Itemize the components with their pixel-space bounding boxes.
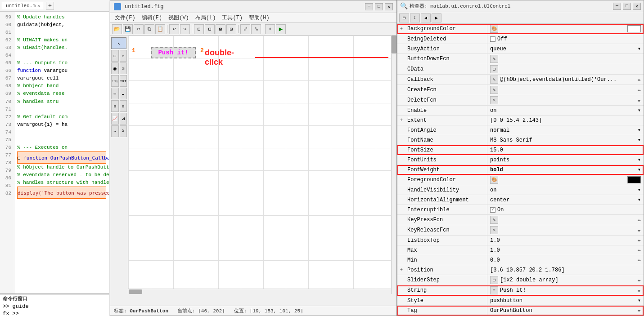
menu-edit[interactable]: 编辑(E): [139, 13, 165, 22]
listbox-top-pencil[interactable]: ✏: [638, 237, 641, 244]
tool-btn-6[interactable]: TXT: [120, 75, 127, 87]
enable-dropdown[interactable]: ▾: [638, 107, 641, 114]
prop-val-font-weight[interactable]: bold ▾: [487, 165, 644, 174]
delete-pencil-icon[interactable]: ✏: [638, 97, 641, 104]
callback-edit-icon[interactable]: ✎: [490, 76, 498, 84]
tool-btn-5[interactable]: tdy: [111, 75, 119, 87]
tb-align3[interactable]: ⊠: [216, 24, 225, 34]
font-units-dropdown[interactable]: ▾: [638, 156, 641, 163]
delete-edit-icon[interactable]: ✎: [490, 96, 498, 104]
color-picker-icon[interactable]: 🎨: [490, 25, 498, 33]
close-button[interactable]: ✕: [385, 3, 393, 10]
fg-color-picker[interactable]: 🎨: [490, 176, 498, 184]
tool-btn-12[interactable]: ⊿: [120, 113, 127, 125]
tb-redo[interactable]: ↪: [180, 24, 190, 34]
insp-close[interactable]: ✕: [633, 3, 641, 10]
style-dropdown[interactable]: ▾: [638, 297, 641, 304]
add-tab-button[interactable]: +: [46, 2, 54, 10]
expand-position[interactable]: +: [400, 267, 405, 272]
tb-run[interactable]: ▶: [276, 24, 286, 34]
insp-maximize[interactable]: □: [623, 3, 631, 10]
prop-val-font-name[interactable]: MS Sans Serif ▾: [487, 135, 644, 145]
tool-btn-2[interactable]: ☑: [120, 50, 127, 62]
tool-btn-11[interactable]: 📈: [111, 113, 119, 125]
tb-align2[interactable]: ⊟: [205, 24, 215, 34]
key-press-edit-icon[interactable]: ✎: [490, 216, 498, 224]
hscroll-thumb[interactable]: [129, 289, 142, 294]
busy-action-dropdown[interactable]: ▾: [638, 45, 641, 52]
prop-val-font-units[interactable]: points ▾: [487, 155, 644, 165]
font-angle-dropdown[interactable]: ▾: [638, 127, 641, 134]
slider-step-grid-icon[interactable]: ⊞: [490, 276, 498, 284]
close-tab-icon[interactable]: ✕: [37, 3, 40, 9]
editor-tab[interactable]: untitled.m ✕: [2, 2, 44, 9]
insp-tb-1[interactable]: ⊞: [399, 13, 409, 22]
insp-tb-3[interactable]: ◀: [421, 13, 431, 22]
tb-resize2[interactable]: ⤡: [251, 24, 261, 34]
cdata-grid-icon[interactable]: ⊞: [490, 65, 498, 73]
tool-btn-9[interactable]: ⊟: [111, 100, 119, 112]
prop-val-h-align[interactable]: center ▾: [487, 195, 644, 205]
handle-vis-dropdown[interactable]: ▾: [638, 187, 641, 193]
inspector-scroll-area[interactable]: + BackgroundColor 🎨 3 BeingDeleted: [397, 24, 644, 316]
tb-resize[interactable]: ⤢: [240, 24, 250, 34]
prop-val-enable[interactable]: on ▾: [487, 106, 644, 115]
max-pencil[interactable]: ✏: [638, 247, 641, 254]
insp-tb-4[interactable]: ▶: [432, 13, 441, 22]
menu-tools[interactable]: 工具(T): [219, 13, 245, 22]
key-release-pencil[interactable]: ✏: [638, 227, 641, 234]
font-name-dropdown[interactable]: ▾: [638, 137, 641, 143]
prop-val-style[interactable]: pushbutton ▾: [487, 296, 644, 305]
create-edit-icon[interactable]: ✎: [490, 86, 498, 94]
expand-extent[interactable]: +: [400, 118, 405, 123]
string-pencil[interactable]: ✏: [638, 287, 641, 294]
tool-btn-8[interactable]: ▬: [120, 88, 127, 99]
key-release-edit-icon[interactable]: ✎: [490, 226, 498, 234]
tb-align[interactable]: ⊞: [194, 24, 204, 34]
tb-open[interactable]: 📂: [112, 24, 122, 34]
menu-file[interactable]: 文件(F): [112, 13, 138, 22]
select-tool[interactable]: ↖: [111, 37, 126, 49]
slider-step-pencil[interactable]: ✏: [638, 277, 641, 284]
menu-view[interactable]: 视图(V): [166, 13, 192, 22]
interruptible-checkbox-icon[interactable]: ✓: [490, 207, 495, 213]
tool-btn-14[interactable]: X: [120, 125, 127, 137]
key-press-pencil[interactable]: ✏: [638, 217, 641, 223]
tb-copy[interactable]: ⧉: [144, 24, 154, 34]
font-weight-dropdown[interactable]: ▾: [638, 166, 641, 173]
expand-bg-color[interactable]: +: [400, 27, 405, 31]
insp-tb-2[interactable]: ↕: [410, 13, 420, 22]
tool-btn-3[interactable]: ◉: [111, 62, 119, 74]
menu-help[interactable]: 帮助(H): [246, 13, 272, 22]
tb-align4[interactable]: ⊡: [226, 24, 236, 34]
callback-pencil-icon[interactable]: ✏: [638, 76, 641, 83]
string-text-icon[interactable]: ≡: [490, 286, 498, 294]
prop-val-font-angle[interactable]: normal ▾: [487, 125, 644, 135]
tag-pencil[interactable]: ✏: [638, 307, 641, 314]
min-pencil[interactable]: ✏: [638, 257, 641, 263]
push-button-canvas[interactable]: Push it!: [151, 47, 196, 58]
maximize-button[interactable]: □: [375, 3, 383, 10]
tool-btn-13[interactable]: ∼: [111, 125, 119, 137]
create-pencil-icon[interactable]: ✏: [638, 87, 641, 93]
scroll-thumb[interactable]: [392, 36, 396, 53]
horizontal-scrollbar[interactable]: [128, 289, 391, 294]
tb-cut[interactable]: ✂: [134, 24, 144, 34]
checkbox-icon[interactable]: [490, 36, 495, 42]
prop-val-handle-vis[interactable]: on ▾: [487, 185, 644, 195]
tb-paste[interactable]: 📋: [155, 24, 165, 34]
btn-down-edit-icon[interactable]: ✎: [490, 55, 498, 63]
tb-export[interactable]: ⬆: [265, 24, 275, 34]
insp-minimize[interactable]: ─: [613, 3, 621, 10]
minimize-button[interactable]: ─: [365, 3, 373, 10]
menu-layout[interactable]: 布局(L): [193, 13, 219, 22]
tb-undo[interactable]: ↩: [169, 24, 179, 34]
prop-val-busy-action[interactable]: queue ▾: [487, 44, 644, 53]
h-align-dropdown[interactable]: ▾: [638, 196, 641, 203]
tb-save[interactable]: 💾: [123, 24, 133, 34]
vertical-scrollbar[interactable]: [391, 36, 396, 294]
tool-btn-7[interactable]: ▭: [111, 88, 119, 99]
tool-btn-4[interactable]: ☒: [120, 62, 127, 74]
tool-btn-10[interactable]: ⊞: [120, 100, 127, 112]
tool-btn-1[interactable]: □: [111, 50, 119, 62]
